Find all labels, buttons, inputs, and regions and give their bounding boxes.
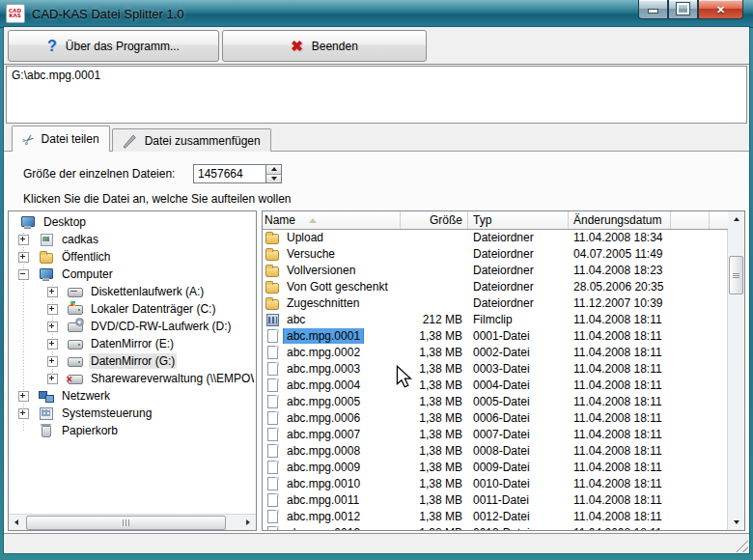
expand-icon[interactable] bbox=[47, 287, 58, 297]
scroll-up-button[interactable] bbox=[728, 211, 744, 227]
file-row[interactable]: abc.mpg.00091,38 MB0009-Datei11.04.2008 … bbox=[263, 459, 728, 475]
tree-item-desktop[interactable]: Desktop bbox=[11, 213, 254, 231]
expand-icon[interactable] bbox=[47, 339, 58, 350]
file-date: 11.04.2008 18:11 bbox=[569, 313, 671, 326]
chunk-size-label: Größe der einzelnen Dateien: bbox=[23, 167, 193, 181]
file-name: abc.mpg.0009 bbox=[284, 460, 363, 475]
file-row[interactable]: abc.mpg.00061,38 MB0006-Datei11.04.2008 … bbox=[263, 409, 728, 426]
file-type: 0002-Datei bbox=[468, 346, 569, 359]
file-row[interactable]: abc.mpg.00041,38 MB0004-Datei11.04.2008 … bbox=[263, 377, 728, 393]
maximize-button[interactable] bbox=[668, 0, 698, 19]
column-header-date[interactable]: Änderungsdatum bbox=[569, 211, 671, 229]
file-row[interactable]: ZugeschnittenDateiordner11.12.2007 10:39 bbox=[263, 294, 728, 311]
expand-icon[interactable] bbox=[47, 356, 58, 367]
tab-split-file[interactable]: ✂ Datei teilen bbox=[12, 126, 110, 152]
horizontal-scroll-thumb[interactable] bbox=[26, 516, 226, 530]
file-name: Upload bbox=[284, 230, 326, 245]
title-bar: CADKAS CAD-KAS Datei Splitter 1.0 ✕ bbox=[0, 0, 753, 28]
tree-item-diskettenlaufwerk-a[interactable]: Diskettenlaufwerk (A:) bbox=[11, 283, 254, 300]
expand-icon[interactable] bbox=[18, 391, 29, 402]
computer-icon bbox=[39, 266, 55, 282]
column-header-type[interactable]: Typ bbox=[468, 211, 569, 229]
file-date: 28.05.2006 20:35 bbox=[569, 280, 671, 294]
chunk-size-input[interactable] bbox=[193, 164, 265, 183]
tree-item-systemsteuerung[interactable]: Systemsteuerung bbox=[11, 405, 254, 422]
tree-item-label: Öffentlich bbox=[60, 249, 112, 265]
file-date: 11.04.2008 18:11 bbox=[569, 477, 671, 490]
spin-down-button[interactable] bbox=[266, 174, 281, 183]
file-name: abc.mpg.0011 bbox=[284, 492, 362, 508]
scroll-left-button[interactable] bbox=[9, 515, 24, 530]
file-row[interactable]: abc212 MBFilmclip11.04.2008 18:11 bbox=[263, 311, 728, 327]
recycle-bin-icon bbox=[39, 423, 55, 438]
file-row[interactable]: abc.mpg.00101,38 MB0010-Datei11.04.2008 … bbox=[263, 475, 728, 491]
tab-join-file[interactable]: Datei zusammenfügen bbox=[112, 128, 271, 152]
file-type: 0004-Datei bbox=[468, 378, 569, 392]
tree-item-sharewareverwaltung-empower[interactable]: ✕Sharewareverwaltung (\\EMPOWER) bbox=[11, 370, 254, 387]
column-header-size[interactable]: Größe bbox=[401, 211, 468, 229]
file-list-panel: Name Größe Typ Änderungsdatum bbox=[262, 210, 745, 531]
file-list-header: Name Größe Typ Änderungsdatum bbox=[263, 211, 728, 230]
file-row[interactable]: abc.mpg.00111,38 MB0011-Datei11.04.2008 … bbox=[263, 491, 728, 508]
file-date: 11.04.2008 18:11 bbox=[569, 378, 671, 392]
tree-item-papierkorb[interactable]: Papierkorb bbox=[11, 422, 254, 439]
file-row[interactable]: VollversionenDateiordner11.04.2008 18:23 bbox=[263, 262, 728, 278]
file-date: 11.04.2008 18:11 bbox=[569, 411, 671, 425]
expand-icon[interactable] bbox=[47, 304, 58, 315]
expand-icon[interactable] bbox=[47, 322, 58, 332]
scroll-down-button[interactable] bbox=[728, 515, 744, 530]
tree-item-computer[interactable]: Computer bbox=[11, 266, 254, 283]
file-type: 0013-Datei bbox=[468, 526, 569, 531]
tree-item-öffentlich[interactable]: Öffentlich bbox=[11, 248, 254, 266]
resize-grip[interactable] bbox=[736, 540, 748, 552]
app-window: CADKAS CAD-KAS Datei Splitter 1.0 ✕ ? Üb… bbox=[0, 0, 753, 560]
output-path-box[interactable]: G:\abc.mpg.0001 bbox=[6, 66, 747, 124]
collapse-icon[interactable] bbox=[18, 269, 29, 280]
file-name: abc.mpg.0013 bbox=[284, 525, 363, 531]
file-row[interactable]: abc.mpg.00071,38 MB0007-Datei11.04.2008 … bbox=[263, 426, 728, 442]
close-button[interactable]: ✕ bbox=[698, 0, 743, 19]
minimize-button[interactable] bbox=[638, 0, 668, 19]
file-row[interactable]: abc.mpg.00121,38 MB0012-Datei11.04.2008 … bbox=[263, 508, 728, 524]
expand-icon[interactable] bbox=[47, 374, 58, 384]
close-icon: ✕ bbox=[716, 4, 725, 16]
tree-item-datenmirror-g[interactable]: DatenMirror (G:) bbox=[11, 352, 254, 370]
file-row[interactable]: abc.mpg.00131,38 MB0013-Datei11.04.2008 … bbox=[263, 524, 728, 530]
hard-drive-icon bbox=[68, 336, 84, 351]
column-header-blank bbox=[671, 211, 710, 229]
expand-icon[interactable] bbox=[18, 235, 29, 245]
tree-item-cadkas[interactable]: cadkas bbox=[11, 231, 254, 248]
file-row[interactable]: abc.mpg.00011,38 MB0001-Datei11.04.2008 … bbox=[263, 327, 728, 344]
instruction-label: Klicken Sie die Datei an, welche Sie auf… bbox=[4, 186, 749, 209]
tree-item-dvd-cd-rw-laufwerk-d[interactable]: DVD/CD-RW-Laufwerk (D:) bbox=[11, 318, 254, 335]
file-row[interactable]: abc.mpg.00031,38 MB0003-Datei11.04.2008 … bbox=[263, 360, 728, 377]
file-row[interactable]: abc.mpg.00021,38 MB0002-Datei11.04.2008 … bbox=[263, 344, 728, 360]
tree-item-netzwerk[interactable]: Netzwerk bbox=[11, 387, 254, 405]
file-row[interactable]: abc.mpg.00081,38 MB0008-Datei11.04.2008 … bbox=[263, 442, 728, 459]
disconnected-drive-icon: ✕ bbox=[68, 371, 84, 386]
file-row[interactable]: UploadDateiordner11.04.2008 18:34 bbox=[263, 229, 728, 245]
about-button[interactable]: ? Über das Programm... bbox=[8, 30, 219, 62]
tree-horizontal-scrollbar[interactable] bbox=[9, 514, 256, 530]
column-header-name[interactable]: Name bbox=[263, 211, 401, 229]
vertical-scroll-thumb[interactable] bbox=[729, 256, 743, 294]
tree-item-datenmirror-e[interactable]: DatenMirror (E:) bbox=[11, 335, 254, 352]
file-name: abc.mpg.0010 bbox=[284, 476, 363, 491]
file-date: 11.04.2008 18:11 bbox=[569, 493, 671, 507]
file-name: abc.mpg.0001 bbox=[284, 328, 363, 344]
file-row[interactable]: Von Gott geschenktDateiordner28.05.2006 … bbox=[263, 278, 728, 294]
file-type: 0011-Datei bbox=[468, 493, 569, 507]
file-row[interactable]: abc.mpg.00051,38 MB0005-Datei11.04.2008 … bbox=[263, 393, 728, 409]
scroll-right-button[interactable] bbox=[240, 515, 256, 530]
expand-icon[interactable] bbox=[18, 252, 29, 263]
file-date: 11.04.2008 18:34 bbox=[569, 231, 671, 244]
tree-item-lokaler-datenträger-c[interactable]: Lokaler Datenträger (C:) bbox=[11, 300, 254, 318]
file-size: 1,38 MB bbox=[401, 411, 468, 425]
scissors-icon: ✂ bbox=[19, 129, 38, 149]
expand-icon[interactable] bbox=[18, 408, 29, 419]
file-row[interactable]: VersucheDateiordner04.07.2005 11:49 bbox=[263, 245, 728, 262]
spin-up-button[interactable] bbox=[266, 165, 281, 174]
file-list-vertical-scrollbar[interactable] bbox=[727, 211, 744, 530]
quit-button[interactable]: ✖ Beenden bbox=[222, 30, 427, 62]
folder-icon bbox=[265, 263, 281, 278]
